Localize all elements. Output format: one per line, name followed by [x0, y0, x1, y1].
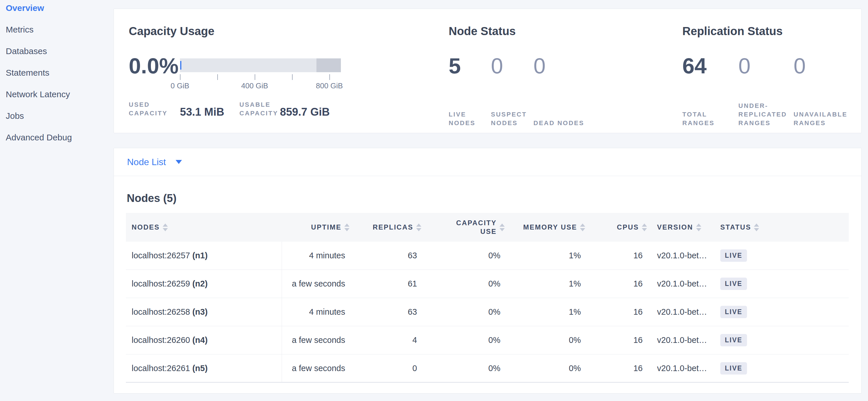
- capacity-usage-section: Capacity Usage 0.0% 0 GiB 400 GiB 800 Gi…: [129, 9, 446, 133]
- axis-tick: [180, 74, 181, 80]
- usable-capacity-label: USABLE CAPACITY: [240, 101, 280, 118]
- node-id: (n2): [192, 279, 208, 289]
- capacity-use-cell: 0%: [421, 279, 505, 289]
- usable-capacity-value: 859.7 GiB: [280, 106, 330, 118]
- capacity-percent-value: 0.0%: [129, 55, 179, 77]
- axis-tick: [217, 74, 218, 80]
- node-status-title: Node Status: [449, 25, 516, 38]
- axis-tick-label: 0 GiB: [163, 81, 197, 90]
- used-capacity-value: 53.1 MiB: [180, 106, 240, 118]
- version-cell: v20.1.0-bet…: [647, 364, 716, 373]
- version-cell: v20.1.0-bet…: [647, 307, 716, 317]
- node-address-cell[interactable]: localhost:26257 (n1): [126, 241, 282, 269]
- sort-icon[interactable]: [642, 224, 647, 231]
- status-cell: LIVE: [716, 306, 849, 318]
- total-ranges-stat: 64 TOTAL RANGES: [682, 55, 738, 127]
- node-address-cell[interactable]: localhost:26259 (n2): [126, 270, 282, 298]
- table-row[interactable]: localhost:26260 (n4) a few seconds 4 0% …: [126, 326, 849, 354]
- status-badge: LIVE: [720, 334, 747, 346]
- node-id: (n1): [192, 251, 208, 260]
- sort-icon[interactable]: [416, 224, 421, 231]
- node-address-cell[interactable]: localhost:26258 (n3): [126, 298, 282, 326]
- cpus-cell: 16: [585, 279, 647, 289]
- sort-icon[interactable]: [696, 224, 701, 231]
- column-header-uptime[interactable]: UPTIME: [282, 223, 349, 231]
- uptime-cell: 4 minutes: [282, 307, 349, 317]
- node-address-cell[interactable]: localhost:26261 (n5): [126, 354, 282, 382]
- column-header-label: CPUS: [617, 223, 639, 231]
- column-header-nodes[interactable]: NODES: [126, 223, 282, 231]
- cluster-overview-page: Overview Metrics Databases Statements Ne…: [0, 0, 868, 401]
- replicas-cell: 4: [349, 336, 421, 345]
- memory-use-cell: 1%: [505, 279, 585, 289]
- replicas-cell: 0: [349, 364, 421, 373]
- cpus-cell: 16: [585, 336, 647, 345]
- column-header-version[interactable]: VERSION: [647, 223, 716, 231]
- live-nodes-label: LIVE NODES: [449, 110, 491, 127]
- status-badge: LIVE: [720, 362, 747, 375]
- under-replicated-ranges-value: 0: [738, 55, 794, 77]
- live-nodes-stat: 5 LIVE NODES: [449, 55, 491, 127]
- sidebar-item-metrics[interactable]: Metrics: [0, 22, 114, 38]
- status-badge: LIVE: [720, 278, 747, 290]
- nodes-table: NODES UPTIME REPLICAS CAPACITY USE: [126, 213, 849, 382]
- node-address-cell[interactable]: localhost:26260 (n4): [126, 326, 282, 354]
- status-cell: LIVE: [716, 362, 849, 375]
- node-id: (n5): [192, 364, 208, 373]
- sort-icon[interactable]: [580, 224, 585, 231]
- replication-status-section: Replication Status 64 TOTAL RANGES 0 UND…: [682, 9, 861, 133]
- column-header-capacity-use[interactable]: CAPACITY USE: [421, 219, 505, 236]
- node-address: localhost:26261: [132, 364, 190, 373]
- node-list-dropdown-label: Node List: [127, 157, 166, 167]
- memory-use-cell: 1%: [505, 251, 585, 260]
- memory-use-cell: 0%: [505, 336, 585, 345]
- column-header-replicas[interactable]: REPLICAS: [349, 223, 421, 231]
- unavailable-ranges-stat: 0 UNAVAILABLE RANGES: [794, 55, 860, 127]
- sort-icon[interactable]: [499, 224, 505, 231]
- column-header-cpus[interactable]: CPUS: [585, 223, 647, 231]
- under-replicated-ranges-label: UNDER-REPLICATED RANGES: [738, 102, 792, 127]
- sort-icon[interactable]: [163, 224, 168, 231]
- node-list-header: Node List: [114, 148, 861, 176]
- table-row[interactable]: localhost:26258 (n3) 4 minutes 63 0% 1% …: [126, 298, 849, 326]
- cpus-cell: 16: [585, 251, 647, 260]
- node-address: localhost:26258: [132, 307, 190, 317]
- replicas-cell: 61: [349, 279, 421, 289]
- cpus-cell: 16: [585, 364, 647, 373]
- unavailable-ranges-value: 0: [794, 55, 860, 77]
- status-cell: LIVE: [716, 278, 849, 290]
- node-list-dropdown[interactable]: Node List: [127, 157, 182, 167]
- table-row[interactable]: localhost:26261 (n5) a few seconds 0 0% …: [126, 354, 849, 382]
- column-header-label: NODES: [132, 223, 160, 231]
- capacity-use-cell: 0%: [421, 336, 505, 345]
- status-cell: LIVE: [716, 334, 849, 346]
- status-badge: LIVE: [720, 306, 747, 318]
- column-header-label: REPLICAS: [373, 223, 413, 231]
- table-row[interactable]: localhost:26257 (n1) 4 minutes 63 0% 1% …: [126, 241, 849, 270]
- uptime-cell: a few seconds: [282, 364, 349, 373]
- memory-use-cell: 1%: [505, 307, 585, 317]
- axis-tick: [330, 74, 330, 80]
- sidebar-item-statements[interactable]: Statements: [0, 65, 114, 81]
- used-capacity-label: USED CAPACITY: [129, 101, 180, 118]
- column-header-status[interactable]: STATUS: [716, 223, 849, 231]
- node-id: (n3): [192, 307, 208, 317]
- sidebar-item-overview[interactable]: Overview: [0, 0, 114, 16]
- sidebar-item-network-latency[interactable]: Network Latency: [0, 86, 114, 103]
- unavailable-ranges-label: UNAVAILABLE RANGES: [794, 110, 860, 127]
- column-header-memory-use[interactable]: MEMORY USE: [505, 223, 585, 231]
- suspect-nodes-label: SUSPECT NODES: [491, 110, 533, 127]
- nodes-table-header-row: NODES UPTIME REPLICAS CAPACITY USE: [126, 213, 849, 241]
- replication-status-title: Replication Status: [682, 25, 783, 38]
- sort-icon[interactable]: [344, 224, 349, 231]
- live-nodes-value: 5: [449, 55, 491, 77]
- table-row[interactable]: localhost:26259 (n2) a few seconds 61 0%…: [126, 270, 849, 298]
- status-cell: LIVE: [716, 250, 849, 262]
- sort-icon[interactable]: [754, 224, 759, 231]
- sidebar-item-databases[interactable]: Databases: [0, 43, 114, 59]
- sidebar-item-jobs[interactable]: Jobs: [0, 108, 114, 124]
- capacity-use-cell: 0%: [421, 251, 505, 260]
- sidebar-item-advanced-debug[interactable]: Advanced Debug: [0, 130, 114, 146]
- capacity-reserved-segment: [316, 58, 341, 72]
- uptime-cell: a few seconds: [282, 279, 349, 289]
